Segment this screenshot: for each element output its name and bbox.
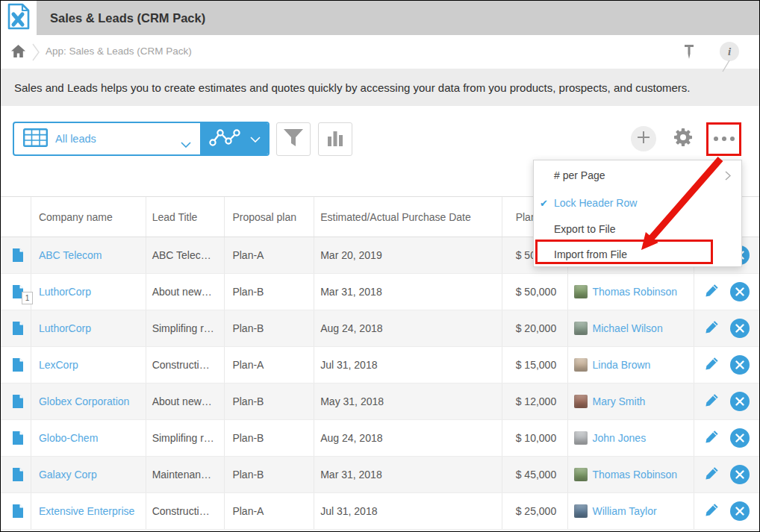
- record-document-icon[interactable]: 1: [12, 284, 24, 299]
- home-icon[interactable]: [11, 45, 25, 60]
- column-header-company[interactable]: Company name: [31, 197, 146, 237]
- edit-pencil-icon[interactable]: [704, 502, 720, 520]
- company-link[interactable]: Globex Corporation: [39, 395, 129, 407]
- delete-x-icon[interactable]: [730, 465, 750, 484]
- line-graph-icon: [208, 127, 241, 151]
- lead-title-cell: Constructi…: [146, 347, 225, 383]
- table-row: Extensive Enterprise Constructi… Plan-A …: [1, 493, 759, 530]
- breadcrumb-row: App: Sales & Leads (CRM Pack) i: [1, 35, 759, 69]
- app-icon-tile[interactable]: [1, 1, 37, 35]
- column-header-proposal-plan[interactable]: Proposal plan: [224, 197, 314, 237]
- company-link[interactable]: ABC Telecom: [39, 249, 102, 261]
- settings-button[interactable]: [671, 127, 695, 151]
- edit-pencil-icon[interactable]: [704, 356, 720, 374]
- lead-title-cell: About new…: [146, 274, 225, 310]
- delete-x-icon[interactable]: [730, 355, 750, 375]
- delete-x-icon[interactable]: [730, 319, 750, 338]
- bar-chart-icon: [326, 129, 344, 150]
- menu-item-lock-header-row[interactable]: ✔ Lock Header Row: [534, 190, 741, 216]
- record-document-icon[interactable]: [12, 357, 24, 372]
- view-selector-label: All leads: [55, 133, 96, 145]
- annotation-highlight-more-button: [706, 122, 741, 156]
- company-link[interactable]: LuthorCorp: [39, 322, 91, 334]
- funnel-icon: [283, 128, 304, 151]
- plus-icon: [637, 131, 650, 147]
- annotation-highlight-import-item: [535, 240, 713, 264]
- page-title: Sales & Leads (CRM Pack): [50, 11, 205, 25]
- person-link[interactable]: William Taylor: [593, 505, 657, 517]
- purchase-date-cell: Jul 31, 2018: [314, 493, 501, 529]
- edit-pencil-icon[interactable]: [704, 392, 720, 410]
- avatar: [574, 468, 588, 481]
- person-link[interactable]: Mary Smith: [593, 395, 646, 407]
- view-dropdown[interactable]: All leads: [14, 123, 200, 154]
- edit-pencil-icon[interactable]: [704, 429, 720, 447]
- person-link[interactable]: Thomas Robinson: [593, 469, 678, 481]
- delete-x-icon[interactable]: [730, 428, 750, 448]
- filter-button[interactable]: [276, 122, 311, 156]
- lead-title-cell: Constructi…: [146, 493, 225, 529]
- info-icon[interactable]: i: [720, 42, 739, 61]
- delete-x-icon[interactable]: [730, 501, 750, 521]
- gear-icon: [673, 127, 694, 151]
- chevron-down-icon: [181, 137, 191, 151]
- proposal-plan-cell: Plan-B: [224, 384, 314, 419]
- column-header: [1, 197, 31, 237]
- record-document-icon[interactable]: [12, 394, 24, 409]
- edit-pencil-icon[interactable]: [704, 283, 720, 301]
- pin-icon[interactable]: [683, 45, 695, 63]
- avatar: [574, 322, 588, 335]
- company-link[interactable]: LuthorCorp: [39, 286, 91, 298]
- amount-cell: $ 20,000: [502, 310, 567, 346]
- company-link[interactable]: LexCorp: [39, 359, 78, 371]
- delete-x-icon[interactable]: [730, 392, 750, 411]
- record-document-icon[interactable]: [12, 504, 24, 519]
- record-document-icon[interactable]: [12, 248, 24, 263]
- actions-cell: [694, 420, 759, 456]
- lead-title-cell: Simplifing r…: [146, 420, 225, 456]
- record-document-icon[interactable]: [12, 321, 24, 336]
- person-link[interactable]: John Jones: [593, 432, 647, 444]
- amount-cell: $ 45,000: [502, 457, 567, 492]
- breadcrumb[interactable]: App: Sales & Leads (CRM Pack): [46, 46, 192, 57]
- purchase-date-cell: Mar 31, 2018: [314, 274, 501, 310]
- person-cell: Mary Smith: [567, 384, 694, 419]
- lead-title-cell: ABC Telec…: [146, 237, 225, 273]
- breadcrumb-separator-icon: [32, 43, 40, 64]
- chart-button[interactable]: [318, 122, 352, 156]
- record-document-icon[interactable]: [12, 431, 24, 445]
- graph-view-button[interactable]: [200, 123, 268, 154]
- person-link[interactable]: Thomas Robinson: [593, 286, 678, 298]
- edit-pencil-icon[interactable]: [704, 319, 720, 337]
- menu-item-per-page[interactable]: # per Page: [534, 160, 741, 190]
- title-bar: Sales & Leads (CRM Pack): [37, 1, 759, 35]
- company-link[interactable]: Galaxy Corp: [39, 469, 97, 481]
- person-link[interactable]: Linda Brown: [593, 359, 651, 371]
- add-record-button[interactable]: [631, 126, 656, 151]
- table-row: Globo-Chem Simplifing r… Plan-B Aug 24, …: [1, 420, 759, 457]
- amount-cell: $ 12,000: [502, 384, 567, 419]
- view-selector: All leads: [13, 122, 270, 156]
- person-cell: Linda Brown: [567, 347, 694, 383]
- actions-cell: [694, 310, 759, 346]
- person-link[interactable]: Michael Wilson: [593, 322, 663, 334]
- menu-item-export-to-file[interactable]: Export to File: [534, 216, 741, 242]
- document-cross-icon: [7, 3, 31, 33]
- person-cell: William Taylor: [567, 493, 694, 529]
- lead-title-cell: About new…: [146, 384, 225, 419]
- purchase-date-cell: Jul 31, 2018: [314, 347, 501, 383]
- proposal-plan-cell: Plan-A: [224, 493, 314, 529]
- actions-cell: [694, 274, 759, 310]
- table-row: 1 LuthorCorp About new… Plan-B Mar 31, 2…: [1, 274, 759, 310]
- column-header-lead-title[interactable]: Lead Title: [146, 197, 225, 237]
- column-header-purchase-date[interactable]: Estimated/Actual Purchase Date: [314, 197, 501, 237]
- company-link[interactable]: Extensive Enterprise: [39, 505, 134, 517]
- lead-title-cell: Maintenan…: [146, 457, 225, 492]
- company-link[interactable]: Globo-Chem: [39, 432, 98, 444]
- delete-x-icon[interactable]: [730, 282, 750, 301]
- person-cell: Thomas Robinson: [567, 457, 694, 492]
- table-row: Galaxy Corp Maintenan… Plan-B Mar 31, 20…: [1, 457, 759, 493]
- edit-pencil-icon[interactable]: [704, 466, 720, 484]
- record-document-icon[interactable]: [12, 467, 24, 482]
- actions-cell: [694, 384, 759, 419]
